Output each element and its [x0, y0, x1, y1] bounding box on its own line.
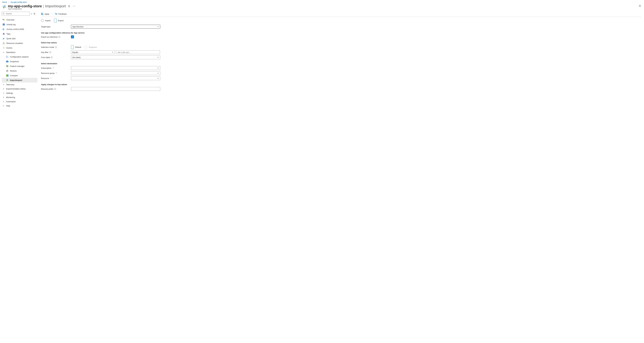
sidebar-search-input[interactable]: [6, 12, 28, 15]
resource-label: Resource *: [41, 77, 71, 79]
sidebar-item-configuration-explorer[interactable]: Configuration explorer: [2, 54, 38, 59]
sidebar-nav: Overview Activity log Access control (IA…: [2, 17, 38, 108]
radio-selection-default[interactable]: Default: [71, 45, 81, 49]
svg-rect-20: [7, 57, 8, 57]
sidebar-item-import-export[interactable]: Import/export: [2, 78, 38, 82]
configuration-explorer-icon: [6, 55, 8, 58]
sidebar-item-access-control[interactable]: Access control (IAM): [2, 27, 38, 31]
breadcrumb-store[interactable]: my-app-config-store: [10, 1, 27, 3]
info-icon[interactable]: [55, 46, 57, 48]
info-icon[interactable]: [51, 56, 53, 58]
info-icon[interactable]: [58, 36, 60, 38]
svg-point-36: [55, 13, 56, 14]
export-as-reference-checkbox[interactable]: [71, 35, 74, 38]
main-panel: Apply Feedback Import Export: [38, 12, 644, 111]
collapse-sidebar-icon[interactable]: [33, 13, 36, 15]
svg-rect-5: [3, 19, 4, 20]
sidebar-group-experimentation[interactable]: Experimentation (New): [2, 87, 38, 91]
radio-default-label: Default: [75, 46, 81, 48]
svg-point-6: [4, 19, 5, 19]
section-reference: Use app configuration reference for App …: [41, 32, 202, 34]
chevron-right-icon: [2, 88, 5, 90]
apply-button[interactable]: Apply: [41, 13, 49, 15]
sidebar-group-automation[interactable]: Automation: [2, 99, 38, 104]
sidebar-item-snapshots[interactable]: Snapshots: [2, 59, 38, 64]
sidebar-item-restore[interactable]: Restore: [2, 68, 38, 73]
sidebar-item-feature-manager[interactable]: Feature manager: [2, 64, 38, 68]
sidebar-label-experimentation: Experimentation (New): [6, 88, 26, 90]
save-icon: [41, 13, 43, 15]
sidebar-search[interactable]: [2, 12, 30, 16]
sidebar-group-help[interactable]: Help: [2, 104, 38, 108]
sidebar-item-overview[interactable]: Overview: [2, 17, 38, 22]
breadcrumb: Home › my-app-config-store: [0, 0, 644, 3]
sidebar: Overview Activity log Access control (IA…: [0, 12, 38, 111]
svg-point-0: [73, 6, 73, 6]
page-subtitle: App Configuration: [8, 8, 638, 10]
resource-group-select[interactable]: [71, 71, 160, 75]
key-filter-input[interactable]: [118, 51, 159, 53]
breadcrumb-home[interactable]: Home: [2, 1, 7, 3]
expand-menu-icon[interactable]: [31, 13, 32, 15]
sidebar-label-events: Events: [6, 47, 12, 49]
radio-export[interactable]: Export: [54, 18, 64, 22]
radio-export-label: Export: [58, 19, 64, 22]
sidebar-item-activity-log[interactable]: Activity log: [2, 22, 38, 27]
svg-point-19: [6, 57, 7, 58]
target-type-select[interactable]: App Services: [71, 25, 160, 28]
sidebar-label-feature-manager: Feature manager: [10, 65, 24, 67]
restore-icon: [6, 69, 8, 72]
svg-point-39: [59, 36, 60, 37]
sidebar-group-operations[interactable]: Operations: [2, 50, 38, 54]
radio-import[interactable]: Import: [41, 19, 50, 22]
svg-rect-31: [6, 75, 7, 75]
key-filter-select[interactable]: Equals: [71, 50, 115, 54]
favorite-star-icon[interactable]: [67, 4, 71, 8]
subscription-select[interactable]: [71, 66, 160, 70]
svg-point-37: [55, 13, 56, 13]
selection-mode-label: Selection mode: [41, 46, 71, 48]
sidebar-group-monitoring[interactable]: Monitoring: [2, 95, 38, 99]
sidebar-group-telemetry[interactable]: Telemetry: [2, 82, 38, 87]
sidebar-label-access-control: Access control (IAM): [6, 28, 24, 30]
remove-prefix-label: Remove prefix: [41, 88, 71, 90]
svg-point-15: [3, 43, 3, 44]
svg-point-45: [52, 57, 52, 57]
resource-select[interactable]: [71, 76, 160, 80]
sidebar-label-snapshots: Snapshots: [10, 60, 19, 63]
sidebar-group-settings[interactable]: Settings: [2, 91, 38, 95]
resource-visualizer-icon: [2, 42, 5, 44]
key-filter-label: Key filter: [41, 51, 71, 53]
subscription-label: Subscription *: [41, 67, 71, 69]
sidebar-label-settings: Settings: [6, 92, 13, 94]
from-label-label: From label: [41, 56, 71, 58]
sidebar-item-quick-start[interactable]: Quick start: [2, 36, 38, 41]
svg-rect-8: [3, 24, 4, 24]
import-export-small-icon: [6, 79, 8, 81]
sidebar-item-tags[interactable]: Tags: [2, 31, 38, 36]
quick-start-icon: [2, 37, 5, 40]
title-separator: |: [43, 4, 44, 8]
from-label-select[interactable]: (No label): [71, 55, 160, 59]
sidebar-item-resource-visualizer[interactable]: Resource visualizer: [2, 41, 38, 45]
svg-rect-22: [7, 60, 8, 61]
sidebar-label-automation: Automation: [6, 100, 16, 103]
info-icon[interactable]: [49, 51, 51, 53]
info-icon[interactable]: [54, 88, 56, 90]
svg-rect-30: [6, 75, 7, 75]
remove-prefix-input[interactable]: [72, 88, 159, 90]
more-icon[interactable]: [72, 4, 76, 8]
svg-rect-18: [7, 56, 8, 56]
svg-point-23: [7, 61, 8, 62]
sidebar-item-compare[interactable]: Compare: [2, 73, 38, 78]
feature-manager-icon: [6, 65, 8, 67]
close-icon[interactable]: [638, 4, 642, 7]
svg-rect-35: [42, 13, 42, 13]
feedback-button[interactable]: Feedback: [55, 13, 67, 15]
radio-selected-icon: [54, 18, 57, 22]
chevron-down-icon: [157, 67, 159, 69]
svg-point-11: [3, 28, 4, 29]
svg-point-25: [8, 65, 8, 66]
svg-point-41: [56, 47, 56, 47]
sidebar-item-events[interactable]: Events: [2, 45, 38, 50]
